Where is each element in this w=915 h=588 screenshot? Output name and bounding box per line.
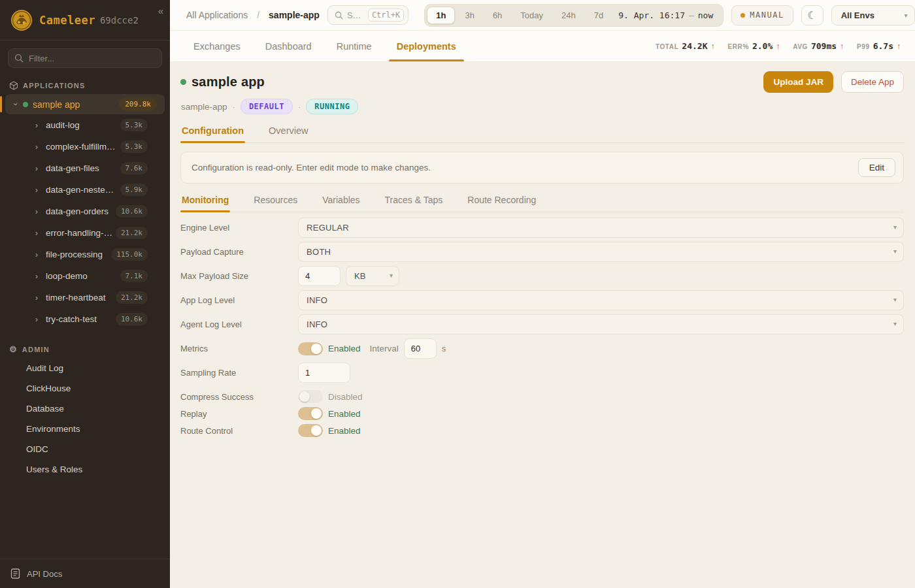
- chevron-right-icon[interactable]: ›: [31, 250, 42, 259]
- app-log-level-select[interactable]: INFO▾: [298, 290, 904, 310]
- sidebar-item-clickhouse[interactable]: ClickHouse: [0, 378, 170, 399]
- tab-traces-taps[interactable]: Traces & Taps: [384, 195, 444, 212]
- stat-p99: P996.7s↑: [857, 41, 901, 51]
- chevron-down-icon: ▾: [893, 320, 897, 327]
- time-range-3h[interactable]: 3h: [456, 7, 482, 24]
- chevron-right-icon[interactable]: ›: [31, 271, 42, 281]
- sidebar-item-database[interactable]: Database: [0, 399, 170, 419]
- metrics-toggle[interactable]: [298, 342, 323, 355]
- sidebar-item-error-handling[interactable]: ›error-handling-…21.2k: [5, 222, 165, 244]
- tab-deployments[interactable]: Deployments: [397, 31, 456, 61]
- sidebar-header: Cameleer 69dcce2 «: [0, 0, 170, 41]
- tab-dashboard[interactable]: Dashboard: [265, 31, 312, 61]
- max-payload-size-input[interactable]: [298, 266, 341, 286]
- search-icon: [14, 54, 24, 63]
- sidebar-item-data-gen-files[interactable]: ›data-gen-files7.6k: [5, 157, 165, 179]
- time-range-today[interactable]: Today: [512, 7, 552, 24]
- upload-jar-button[interactable]: Upload JAR: [763, 71, 833, 93]
- running-status-badge: RUNNING: [306, 99, 358, 114]
- tab-route-recording[interactable]: Route Recording: [466, 195, 537, 212]
- tab-configuration[interactable]: Configuration: [180, 125, 245, 142]
- metrics-interval-input[interactable]: [404, 338, 437, 359]
- page-title: sample app: [191, 74, 265, 90]
- chevron-right-icon[interactable]: ›: [31, 185, 42, 195]
- time-range-7d[interactable]: 7d: [586, 7, 612, 24]
- deployment-tabs: Configuration Overview: [180, 125, 904, 143]
- sidebar-collapse-icon[interactable]: «: [158, 5, 163, 16]
- count-badge: 115.0k: [111, 248, 148, 261]
- breadcrumb-all-applications[interactable]: All Applications: [186, 10, 248, 20]
- global-search[interactable]: Ctrl+K: [327, 5, 408, 25]
- top-bar: All Applications / sample-app Ctrl+K 1h …: [170, 0, 915, 31]
- time-range-display[interactable]: 9. Apr. 16:17–now: [613, 10, 721, 20]
- sidebar-item-oidc[interactable]: OIDC: [0, 439, 170, 459]
- count-badge: 7.6k: [120, 162, 148, 174]
- time-range-picker: 1h 3h 6h Today 24h 7d 9. Apr. 16:17–now: [424, 4, 724, 27]
- document-icon: [10, 568, 20, 579]
- tab-variables[interactable]: Variables: [321, 195, 361, 212]
- sidebar-item-timer-heartbeat[interactable]: ›timer-heartbeat21.2k: [5, 287, 165, 308]
- sidebar-item-users-roles[interactable]: Users & Roles: [0, 459, 170, 480]
- sidebar-item-data-gen-orders[interactable]: ›data-gen-orders10.6k: [5, 201, 165, 222]
- filter-input[interactable]: [8, 48, 162, 68]
- trend-up-icon: ↑: [776, 42, 780, 51]
- sidebar-item-data-gen-nested[interactable]: ›data-gen-neste…5.9k: [5, 179, 165, 201]
- package-icon: [9, 81, 18, 90]
- sidebar-item-complex-fulfillment[interactable]: ›complex-fulfillm…5.3k: [5, 136, 165, 157]
- admin-menu: Audit Log ClickHouse Database Environmen…: [0, 358, 170, 480]
- chevron-right-icon[interactable]: ›: [31, 293, 42, 302]
- count-badge: 7.1k: [120, 270, 148, 282]
- replay-toggle[interactable]: [298, 407, 323, 420]
- chevron-down-icon: ▾: [893, 248, 897, 255]
- chevron-down-icon[interactable]: ›: [11, 99, 21, 110]
- sidebar-item-audit-log[interactable]: ›audit-log5.3k: [5, 114, 165, 136]
- page-content: sample app Upload JAR Delete App sample-…: [170, 62, 915, 588]
- tab-overview[interactable]: Overview: [267, 125, 309, 142]
- sidebar-item-file-processing[interactable]: ›file-processing115.0k: [5, 244, 165, 265]
- readonly-notice: Configuration is read-only. Enter edit m…: [180, 152, 904, 184]
- tab-resources[interactable]: Resources: [252, 195, 299, 212]
- count-badge: 10.6k: [116, 205, 148, 218]
- app-name: sample app: [33, 99, 119, 110]
- time-range-6h[interactable]: 6h: [484, 7, 510, 24]
- time-range-1h[interactable]: 1h: [427, 7, 455, 24]
- tab-monitoring[interactable]: Monitoring: [180, 195, 230, 212]
- chevron-right-icon[interactable]: ›: [31, 206, 42, 216]
- stat-total: TOTAL24.2K↑: [656, 41, 715, 51]
- agent-log-level-select[interactable]: INFO▾: [298, 314, 904, 335]
- payload-capture-select[interactable]: BOTH▾: [298, 242, 904, 262]
- sidebar-item-sample-app[interactable]: › sample app 209.8k: [5, 94, 165, 114]
- payload-unit-select[interactable]: KB▾: [346, 266, 399, 286]
- count-badge: 21.2k: [116, 227, 148, 239]
- manual-status-dot: [740, 13, 745, 18]
- delete-app-button[interactable]: Delete App: [841, 71, 904, 93]
- edit-button[interactable]: Edit: [858, 158, 895, 177]
- instance-id: 69dcce2: [100, 15, 139, 25]
- chevron-right-icon[interactable]: ›: [31, 228, 42, 238]
- route-control-toggle[interactable]: [298, 424, 323, 437]
- theme-toggle-button[interactable]: ☾: [801, 5, 824, 25]
- api-docs-link[interactable]: API Docs: [0, 559, 170, 588]
- sidebar-item-audit-log-admin[interactable]: Audit Log: [0, 358, 170, 378]
- breadcrumb-separator: /: [257, 10, 259, 20]
- compress-success-toggle[interactable]: [298, 390, 323, 403]
- sidebar-item-environments[interactable]: Environments: [0, 419, 170, 439]
- tab-runtime[interactable]: Runtime: [337, 31, 372, 61]
- breadcrumb-current: sample-app: [269, 10, 320, 20]
- chevron-right-icon[interactable]: ›: [31, 314, 42, 324]
- chevron-right-icon[interactable]: ›: [31, 163, 42, 173]
- chevron-right-icon[interactable]: ›: [31, 120, 42, 130]
- trend-up-icon: ↑: [897, 42, 901, 51]
- app-id: sample-app: [181, 102, 227, 112]
- tab-exchanges[interactable]: Exchanges: [193, 31, 241, 61]
- chevron-right-icon[interactable]: ›: [31, 142, 42, 152]
- sidebar-item-loop-demo[interactable]: ›loop-demo7.1k: [5, 265, 165, 287]
- time-range-24h[interactable]: 24h: [553, 7, 584, 24]
- search-input[interactable]: [347, 10, 364, 20]
- refresh-mode-button[interactable]: MANUAL: [731, 5, 793, 25]
- sampling-rate-input[interactable]: [298, 363, 350, 383]
- engine-level-select[interactable]: REGULAR▾: [298, 218, 904, 238]
- count-badge: 5.9k: [120, 184, 148, 196]
- sidebar-item-try-catch-test[interactable]: ›try-catch-test10.6k: [5, 308, 165, 330]
- environment-select[interactable]: All Envs ▾: [831, 5, 915, 25]
